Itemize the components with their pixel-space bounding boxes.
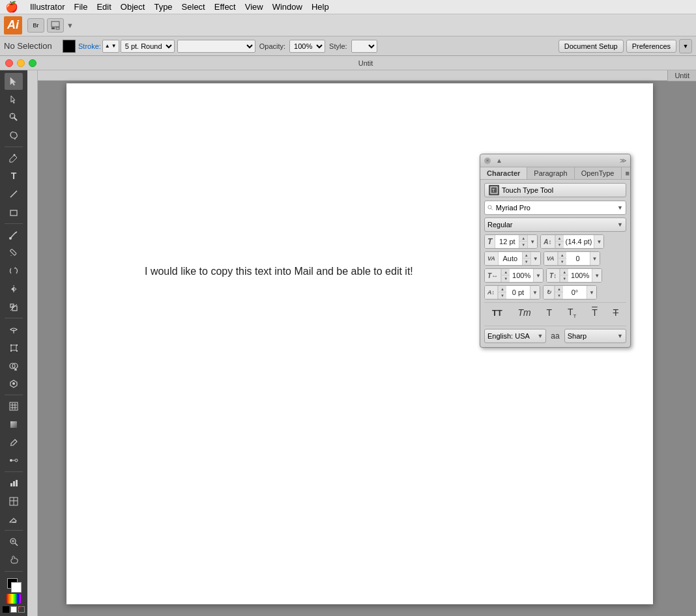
fill-color-box[interactable] — [63, 40, 76, 53]
vert-scale-field[interactable]: T↕ ▲ ▼ 100% ▼ — [546, 268, 602, 283]
workspace-arrow[interactable]: ▼ — [66, 21, 74, 29]
leading-up[interactable]: ▲ — [556, 235, 564, 242]
baseline-shift-field[interactable]: A↕ ▲ ▼ 0 pt ▼ — [484, 285, 540, 300]
type-style-caps[interactable]: T — [589, 306, 600, 319]
paintbrush-tool[interactable] — [5, 227, 23, 244]
color-gradient-bar[interactable] — [7, 594, 21, 604]
slice-tool[interactable] — [5, 493, 23, 510]
horiz-scale-arrow[interactable]: ▼ — [533, 269, 543, 282]
panel-close-button[interactable]: × — [484, 158, 491, 164]
font-size-field[interactable]: T 12 pt ▲ ▼ ▼ — [484, 234, 538, 249]
menu-view[interactable]: View — [245, 2, 263, 12]
workspace-button[interactable] — [47, 18, 64, 33]
vert-scale-down[interactable]: ▼ — [560, 275, 568, 282]
stroke-style-select[interactable]: 5 pt. Round — [121, 40, 175, 53]
tracking-up[interactable]: ▲ — [558, 252, 566, 259]
tab-paragraph[interactable]: Paragraph — [527, 167, 574, 179]
type-style-italic[interactable]: Tт — [515, 306, 534, 319]
menu-object[interactable]: Object — [121, 2, 145, 12]
document-tab[interactable]: Untit — [667, 70, 696, 81]
magic-wand-tool[interactable] — [5, 109, 23, 126]
language-select[interactable]: English: USA ▼ — [484, 329, 546, 343]
font-style-dropdown[interactable]: Regular ▼ — [484, 217, 626, 232]
font-size-arrows[interactable]: ▲ ▼ — [519, 235, 527, 248]
mesh-tool[interactable] — [5, 398, 23, 415]
font-search-field[interactable]: ▼ — [484, 201, 626, 215]
menu-edit[interactable]: Edit — [96, 2, 111, 12]
weight-select[interactable] — [177, 40, 255, 53]
leading-arrows[interactable]: ▲ ▼ — [555, 235, 564, 248]
baseline-arrows[interactable]: ▲ ▼ — [498, 286, 506, 299]
font-size-down[interactable]: ▼ — [519, 242, 527, 248]
eraser-tool[interactable] — [5, 511, 23, 528]
font-dropdown-arrow[interactable]: ▼ — [617, 204, 623, 211]
kerning-down[interactable]: ▼ — [523, 259, 530, 265]
panel-collapse-indicator[interactable]: ▲ — [496, 157, 502, 164]
rotation-arrow[interactable]: ▼ — [587, 286, 596, 299]
horiz-scale-up[interactable]: ▲ — [502, 269, 510, 275]
close-window-button[interactable] — [5, 59, 13, 67]
eyedropper-tool[interactable] — [5, 434, 23, 451]
menu-type[interactable]: Type — [154, 2, 172, 12]
maximize-window-button[interactable] — [29, 59, 36, 67]
direct-selection-tool[interactable] — [5, 91, 23, 108]
reflect-tool[interactable] — [5, 281, 23, 298]
horiz-scale-arrows[interactable]: ▲ ▼ — [501, 269, 510, 282]
type-style-strikethrough[interactable]: T — [610, 306, 621, 319]
baseline-arrow[interactable]: ▼ — [530, 286, 540, 299]
type-style-sub[interactable]: TT — [565, 305, 579, 320]
blend-tool[interactable] — [5, 452, 23, 469]
leading-field[interactable]: A↕ ▲ ▼ (14.4 pt) ▼ — [540, 234, 604, 249]
bridge-button[interactable]: Br — [27, 18, 44, 33]
opacity-select[interactable]: 100% — [289, 40, 325, 53]
vert-scale-arrows[interactable]: ▲ ▼ — [560, 269, 568, 282]
zoom-tool[interactable] — [5, 533, 23, 550]
rotation-down[interactable]: ▼ — [555, 292, 563, 299]
baseline-down[interactable]: ▼ — [499, 292, 506, 299]
type-tool[interactable]: T — [5, 168, 23, 185]
tracking-arrows[interactable]: ▲ ▼ — [558, 252, 566, 265]
panel-tab-menu[interactable]: ≡ — [622, 167, 633, 179]
apple-menu[interactable]: 🍎 — [5, 1, 18, 13]
leading-down[interactable]: ▼ — [556, 242, 564, 248]
minimize-window-button[interactable] — [17, 59, 25, 67]
menu-select[interactable]: Select — [182, 2, 205, 12]
touch-type-tool-button[interactable]: T Touch Type Tool — [484, 183, 626, 197]
rectangle-tool[interactable] — [5, 204, 23, 221]
menu-help[interactable]: Help — [312, 2, 329, 12]
gradient-tool[interactable] — [5, 416, 23, 433]
lasso-tool[interactable] — [5, 127, 23, 144]
live-paint-tool[interactable] — [5, 376, 23, 393]
horiz-scale-field[interactable]: T↔ ▲ ▼ 100% ▼ — [484, 268, 544, 283]
menu-file[interactable]: File — [74, 2, 87, 12]
kerning-select-arrow[interactable]: ▼ — [530, 252, 540, 265]
kerning-up[interactable]: ▲ — [523, 252, 530, 259]
default-stroke[interactable] — [10, 606, 17, 613]
shape-builder-tool[interactable] — [5, 357, 23, 374]
free-transform-tool[interactable] — [5, 339, 23, 356]
kerning-arrows[interactable]: ▲ ▼ — [522, 252, 530, 265]
tab-opentype[interactable]: OpenType — [575, 167, 622, 179]
line-tool[interactable] — [5, 186, 23, 203]
default-fill[interactable] — [3, 606, 9, 613]
extras-button[interactable]: ▼ — [679, 39, 692, 53]
type-style-super[interactable]: T — [544, 306, 555, 319]
menu-effect[interactable]: Effect — [214, 2, 236, 12]
stroke-color-indicator[interactable] — [11, 582, 22, 593]
menu-illustrator[interactable]: Illustrator — [30, 2, 65, 12]
rotate-tool[interactable] — [5, 262, 23, 279]
rotation-arrows[interactable]: ▲ ▼ — [555, 286, 563, 299]
document-setup-button[interactable]: Document Setup — [558, 40, 624, 53]
stroke-value-control[interactable]: ▲ ▼ — [102, 40, 119, 53]
font-search-input[interactable] — [496, 204, 615, 212]
rotation-up[interactable]: ▲ — [555, 286, 563, 292]
tracking-field[interactable]: VA ▲ ▼ 0 ▼ — [544, 251, 600, 266]
pen-tool[interactable] — [5, 150, 23, 167]
stroke-down-arrow[interactable]: ▼ — [111, 43, 117, 49]
hand-tool[interactable] — [5, 552, 23, 568]
column-graph-tool[interactable] — [5, 475, 23, 492]
no-color[interactable] — [18, 606, 25, 613]
preferences-button[interactable]: Preferences — [626, 40, 676, 53]
menu-window[interactable]: Window — [272, 2, 302, 12]
baseline-up[interactable]: ▲ — [499, 286, 506, 292]
